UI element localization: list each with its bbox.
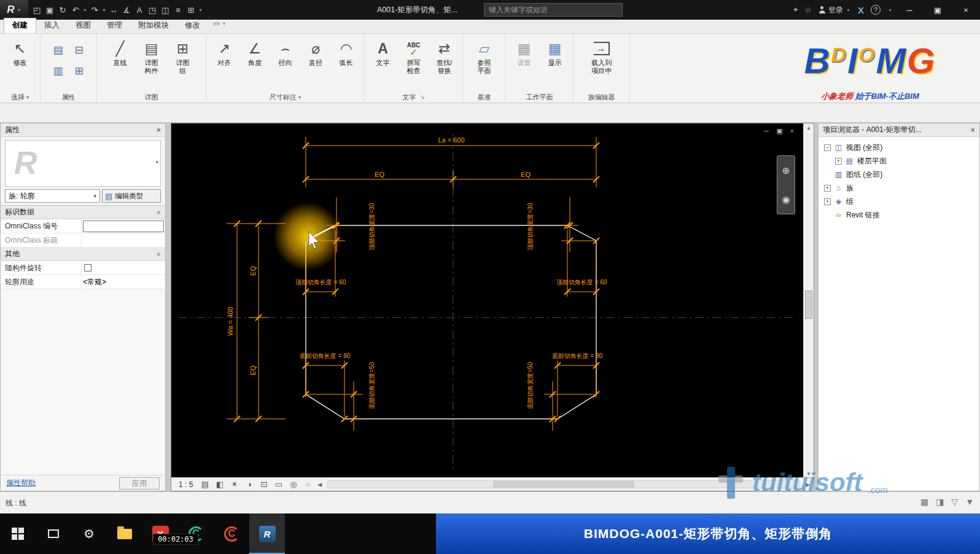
application-menu-button[interactable]: R ▾ (0, 0, 28, 20)
workplane-show-button[interactable]: ▦ 显示 (540, 37, 570, 68)
sign-in-button[interactable]: 登录 ▾ (819, 2, 851, 17)
zoom-tool-icon[interactable]: ⊕ (782, 165, 790, 176)
dim-bottom-chamfer-length[interactable]: 底部切角长度 = 80 (552, 353, 603, 359)
dim-top-chamfer-length[interactable]: 顶部切角长度 = 60 (295, 279, 346, 286)
type-preview[interactable]: R ▾ (5, 140, 161, 187)
redo-icon[interactable]: ↷ (88, 2, 101, 17)
properties-close-icon[interactable]: × (156, 125, 161, 135)
rotate-checkbox[interactable] (84, 264, 91, 271)
undo-caret-icon[interactable]: ▾ (82, 2, 88, 17)
visual-style-icon[interactable]: ◧ (214, 480, 225, 489)
aligned-dimension-icon[interactable]: ∡ (120, 2, 133, 17)
drawing-area[interactable]: La = 600 EQ EQ Wa = 400 EQ EQ 顶部切角宽度=30 … (171, 123, 814, 491)
redo-caret-icon[interactable]: ▾ (101, 2, 107, 17)
sun-path-icon[interactable]: ☀ (229, 480, 239, 489)
modify-button[interactable]: ↖ 修改 (5, 37, 36, 68)
start-button[interactable] (0, 513, 36, 554)
hscroll-right-icon[interactable]: ▶ (806, 482, 810, 488)
tree-item-views[interactable]: − ◫ 视图 (全部) (820, 141, 978, 154)
expand-expander[interactable]: + (824, 185, 831, 192)
show-crop-region-icon[interactable]: ▭ (273, 480, 284, 489)
spelling-button[interactable]: ABC ✓ 拼写 检查 (399, 37, 429, 76)
tree-item-revit-links[interactable]: ∞ Revit 链接 (820, 208, 978, 222)
task-view-button[interactable] (36, 513, 71, 554)
angular-dim-button[interactable]: ∠ 角度 (240, 37, 270, 68)
revit-taskbar-button[interactable]: R (249, 513, 285, 554)
properties-help-link[interactable]: 属性帮助 (6, 478, 36, 488)
dialog-launcher-icon[interactable]: ↘ (420, 94, 425, 100)
file-explorer-button[interactable] (107, 513, 142, 554)
qat-customize-caret-icon[interactable]: ▾ (198, 2, 203, 17)
temporary-hide-isolate-icon[interactable]: ◎ (288, 480, 298, 489)
type-selector[interactable]: 族: 轮廓 ▾ (5, 189, 100, 203)
scroll-up-icon[interactable]: ▲ (804, 123, 814, 133)
section-icon[interactable]: ◫ (159, 2, 171, 17)
view-close-icon[interactable]: × (790, 127, 794, 135)
collapse-expander[interactable]: − (824, 144, 831, 151)
text-icon[interactable]: A (133, 2, 146, 17)
thin-lines-icon[interactable]: ≡ (172, 2, 184, 17)
dim-bottom-chamfer-length[interactable]: 底部切角长度 = 80 (300, 353, 351, 359)
favorites-star-icon[interactable]: ☆ (804, 6, 812, 15)
tree-item-sheets[interactable]: ▥ 图纸 (全部) (820, 168, 978, 181)
panel-label-dimension[interactable]: 尺寸标注 ▾ (206, 92, 364, 103)
red-c-app-button[interactable]: C (214, 513, 249, 554)
worksets-icon[interactable]: ▦ (920, 497, 928, 507)
filter-icon[interactable]: ▼ (965, 497, 974, 507)
shadows-icon[interactable]: ◑ (244, 480, 254, 489)
tab-addins[interactable]: 附加模块 (130, 18, 177, 33)
dim-bottom-chamfer-width[interactable]: 底部切角宽度=50 (368, 362, 375, 409)
profile-usage-value[interactable]: <常规> (82, 275, 165, 289)
dim-wa[interactable]: Wa = 400 (227, 307, 234, 336)
expand-expander[interactable]: + (835, 158, 842, 165)
panel-label-select[interactable]: 选择 ▾ (0, 92, 40, 103)
omniclass-number-input[interactable] (83, 220, 164, 232)
ribbon-display-toggle[interactable]: ▭ ▾ (213, 16, 227, 33)
line-button[interactable]: ╱ 直线 (105, 37, 136, 68)
switch-windows-icon[interactable]: ⊞ (185, 2, 197, 17)
edit-type-button[interactable]: ▤ 编辑类型 (102, 189, 161, 203)
detail-group-button[interactable]: ⊞ 详图 组 (168, 37, 198, 76)
reveal-hidden-elements-icon[interactable]: ○ (303, 480, 313, 489)
tab-view[interactable]: 视图 (68, 18, 99, 33)
family-parameters-icon[interactable]: ⊞ (70, 61, 88, 80)
tab-create[interactable]: 创建 (4, 18, 36, 33)
help-icon[interactable]: ? (871, 5, 881, 15)
radial-dim-button[interactable]: ⌢ 径向 (270, 37, 300, 68)
sync-icon[interactable]: ↻ (56, 2, 69, 17)
dim-bottom-chamfer-width[interactable]: 底部切角宽度=50 (527, 362, 534, 409)
measure-icon[interactable]: ↔ (107, 2, 120, 17)
steering-wheel-icon[interactable]: ◉ (782, 194, 790, 205)
search-icon[interactable]: ⌖ (793, 5, 798, 15)
section-other[interactable]: 其他 « (1, 248, 165, 261)
tree-item-groups[interactable]: + ◈ 组 (820, 195, 978, 208)
dim-top-chamfer-width[interactable]: 顶部切角宽度=30 (368, 203, 375, 250)
load-into-project-button[interactable]: → 载入到 项目中 (586, 37, 617, 76)
maximize-button[interactable]: ▣ (924, 0, 952, 20)
dim-top-chamfer-width[interactable]: 顶部切角宽度=30 (527, 203, 534, 250)
dim-eq[interactable]: EQ (249, 365, 257, 375)
detail-level-icon[interactable]: ▤ (200, 480, 210, 489)
tab-insert[interactable]: 插入 (36, 18, 68, 33)
default-3d-view-icon[interactable]: ◳ (146, 2, 158, 17)
find-replace-button[interactable]: ⇄ 查找/ 替换 (429, 37, 459, 76)
help-caret-icon[interactable]: ▾ (887, 2, 893, 17)
reference-plane-button[interactable]: ▱ 参照 平面 (469, 37, 500, 76)
dim-eq[interactable]: EQ (521, 171, 531, 178)
search-input[interactable] (484, 3, 623, 17)
vertical-scrollbar[interactable]: ▲ ▼ (803, 123, 814, 478)
hscroll-left-icon[interactable]: ◀ (317, 482, 322, 488)
tab-modify[interactable]: 修改 (177, 18, 208, 33)
apply-button[interactable]: 应用 (119, 477, 160, 490)
arc-length-dim-button[interactable]: ◠ 弧长 (331, 37, 361, 68)
design-options-icon[interactable]: ◨ (936, 497, 944, 507)
tab-manage[interactable]: 管理 (99, 18, 130, 33)
dim-la[interactable]: La = 600 (438, 136, 464, 144)
aligned-dim-button[interactable]: ↗ 对齐 (209, 37, 239, 68)
expand-expander[interactable]: + (824, 198, 831, 205)
settings-button[interactable]: ⚙ (71, 513, 107, 554)
workplane-set-button[interactable]: ▦ 设置 (509, 37, 539, 68)
reference-planes[interactable] (179, 135, 796, 470)
dim-top-chamfer-length[interactable]: 顶部切角长度 = 60 (556, 279, 607, 286)
minimize-button[interactable]: ─ (895, 0, 924, 20)
